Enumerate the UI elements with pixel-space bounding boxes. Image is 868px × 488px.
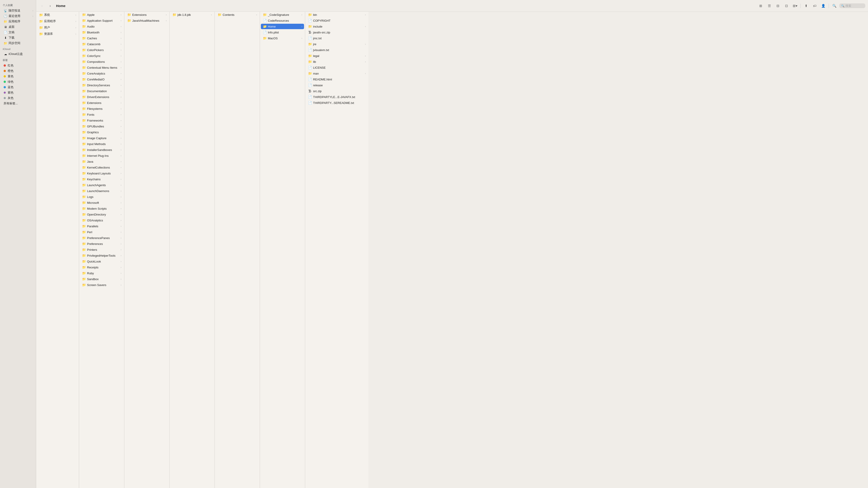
folder-ruby[interactable]: 📁 Ruby › <box>80 270 123 276</box>
folder-sandbox[interactable]: 📁 Sandbox › <box>80 276 123 282</box>
file-license[interactable]: 📄 LICENSE <box>306 65 368 70</box>
sidebar-item-recent[interactable]: 🕐 最近使用 › <box>1 13 35 19</box>
search-input[interactable] <box>845 4 864 7</box>
folder-launchagents[interactable]: 📁 LaunchAgents › <box>80 182 123 188</box>
file-thirdparty2[interactable]: 📄 THIRDPARTY...SEREADME.txt <box>306 100 368 105</box>
folder-osanalytics[interactable]: 📁 OSAnalytics › <box>80 218 123 223</box>
folder-preferencepanes[interactable]: 📁 PreferencePanes › <box>80 235 123 240</box>
folder-extensions[interactable]: 📁 Extensions › <box>80 100 123 105</box>
file-coderesources[interactable]: 📄 CodeResources <box>261 18 304 23</box>
folder-microsoft[interactable]: 📁 Microsoft › <box>80 200 123 205</box>
view-list-button[interactable]: ☰ <box>766 3 773 9</box>
folder-coreanalytics[interactable]: 📁 CoreAnalytics › <box>80 71 123 76</box>
folder-parallels[interactable]: 📁 Parallels › <box>80 223 123 229</box>
file-readmehtml[interactable]: 📄 README.html <box>306 76 368 82</box>
share-button[interactable]: ⬆ <box>802 3 810 9</box>
file-javafx-src[interactable]: 🗜 javafx-src.zip <box>306 30 368 35</box>
folder-filesystems[interactable]: 📁 Filesystems › <box>80 106 123 111</box>
folder-library[interactable]: 📁 资源库 › <box>37 31 78 37</box>
folder-perl[interactable]: 📁 Perl › <box>80 229 123 235</box>
folder-receipts[interactable]: 📁 Receipts › <box>80 265 123 270</box>
folder-applications[interactable]: 📁 应用程序 › <box>37 18 78 24</box>
sidebar-item-sync[interactable]: 📁 同步空间 <box>1 40 35 46</box>
view-group-button[interactable]: ⊞▾ <box>792 3 799 9</box>
file-jmctxt[interactable]: 📄 jmc.txt <box>306 35 368 41</box>
folder-man[interactable]: 📁 man › <box>306 71 368 76</box>
sidebar-item-tag-blue[interactable]: 蓝色 <box>1 85 35 90</box>
view-columns-button[interactable]: ⊟ <box>774 3 781 9</box>
sidebar-item-tag-gray[interactable]: 灰色 <box>1 95 35 101</box>
folder-imagecapture[interactable]: 📁 Image Capture › <box>80 135 123 141</box>
sidebar-item-airdrop[interactable]: 📡 隔空投送 › <box>1 8 35 13</box>
folder-screensavers[interactable]: 📁 Screen Savers › <box>80 282 123 288</box>
forward-button[interactable]: › <box>47 3 53 9</box>
file-copyright[interactable]: 📄 COPYRIGHT <box>306 18 368 23</box>
tag-button[interactable]: 🏷 <box>811 3 818 9</box>
folder-inputmethods[interactable]: 📁 Input Methods › <box>80 141 123 147</box>
folder-documentation[interactable]: 📁 Documentation › <box>80 88 123 94</box>
folder-macos[interactable]: 📁 MacOS › <box>261 35 304 41</box>
folder-compositions[interactable]: 📁 Compositions › <box>80 59 123 64</box>
folder-extensions-java[interactable]: 📁 Extensions › <box>125 12 168 18</box>
file-infoplist[interactable]: 📄 Info.plist <box>261 30 304 35</box>
folder-keyboardlayouts[interactable]: 📁 Keyboard Layouts › <box>80 170 123 176</box>
folder-contents[interactable]: 📁 Contents › <box>216 12 259 18</box>
folder-appsupport[interactable]: 📁 Application Support › <box>80 18 123 23</box>
sidebar-item-tag-green[interactable]: 绿色 <box>1 79 35 85</box>
sidebar-item-icloud-drive[interactable]: ☁ iCloud云盘 <box>1 51 35 57</box>
file-release[interactable]: 📄 release <box>306 83 368 88</box>
folder-privilegedhelper[interactable]: 📁 PrivilegedHelperTools › <box>80 253 123 258</box>
folder-gpubundles[interactable]: 📁 GPUBundles › <box>80 124 123 129</box>
folder-lib[interactable]: 📁 lib › <box>306 59 368 64</box>
back-button[interactable]: ‹ <box>39 3 45 9</box>
folder-java[interactable]: 📁 Java › <box>80 159 123 164</box>
view-gallery-button[interactable]: ⊡ <box>783 3 790 9</box>
folder-preferences[interactable]: 📁 Preferences › <box>80 241 123 247</box>
folder-driverextensions[interactable]: 📁 DriverExtensions › <box>80 94 123 100</box>
view-icons-button[interactable]: ⊞ <box>757 3 764 9</box>
file-srczip[interactable]: 🗜 src.zip <box>306 88 368 94</box>
find-button[interactable]: 🔍 <box>831 3 838 9</box>
folder-directoryservices[interactable]: 📁 DirectoryServices › <box>80 83 123 88</box>
sidebar-item-tag-red[interactable]: 红色 <box>1 63 35 68</box>
sidebar-item-tag-orange[interactable]: 橙色 <box>1 68 35 74</box>
sidebar-item-all-tags[interactable]: 所有标签... <box>1 101 35 106</box>
folder-keychains[interactable]: 📁 Keychains › <box>80 176 123 182</box>
folder-logs[interactable]: 📁 Logs › <box>80 194 123 199</box>
folder-bluetooth[interactable]: 📁 Bluetooth › <box>80 30 123 35</box>
folder-printers[interactable]: 📁 Printers › <box>80 247 123 252</box>
folder-graphics[interactable]: 📁 Graphics › <box>80 129 123 135</box>
folder-codesignature[interactable]: 📁 _CodeSignature › <box>261 12 304 18</box>
folder-bin[interactable]: 📁 bin › <box>306 12 368 18</box>
folder-quicklook[interactable]: 📁 QuickLook › <box>80 259 123 264</box>
folder-installersandboxes[interactable]: 📁 InstallerSandboxes › <box>80 147 123 153</box>
folder-jre[interactable]: 📁 jre › <box>306 41 368 47</box>
folder-include[interactable]: 📁 include › <box>306 24 368 29</box>
file-jvisualvmtxt[interactable]: 📄 jvisualvm.txt <box>306 47 368 53</box>
sidebar-item-docs[interactable]: 📄 文稿 <box>1 30 35 35</box>
folder-caches[interactable]: 📁 Caches › <box>80 35 123 41</box>
file-thirdparty1[interactable]: 📄 THIRDPARTYLE...E-JAVAFX.txt <box>306 94 368 100</box>
sidebar-item-apps[interactable]: 📁 应用程序 <box>1 19 35 24</box>
people-button[interactable]: 👤 <box>819 3 827 9</box>
folder-launchdaemons[interactable]: 📁 LaunchDaemons › <box>80 188 123 194</box>
folder-audio[interactable]: 📁 Audio › <box>80 24 123 29</box>
folder-modemscripts[interactable]: 📁 Modem Scripts › <box>80 206 123 211</box>
sidebar-item-downloads[interactable]: ⬇ 下载 <box>1 35 35 40</box>
folder-internetplugins[interactable]: 📁 Internet Plug-Ins › <box>80 153 123 158</box>
folder-system[interactable]: 📁 系统 › <box>37 12 78 18</box>
sidebar-item-tag-purple[interactable]: 紫色 <box>1 90 35 95</box>
folder-catacomb[interactable]: 📁 Catacomb › <box>80 41 123 47</box>
folder-contextual[interactable]: 📁 Contextual Menu Items › <box>80 65 123 70</box>
folder-frameworks[interactable]: 📁 Frameworks › <box>80 118 123 123</box>
sidebar-item-tag-yellow[interactable]: 黄色 <box>1 74 35 79</box>
folder-colorsync[interactable]: 📁 ColorSync › <box>80 53 123 59</box>
folder-javavms[interactable]: 📁 JavaVirtualMachines › <box>125 18 168 23</box>
folder-jdk18[interactable]: 📁 jdk-1.8.jdk › <box>170 12 214 18</box>
folder-legal[interactable]: 📁 legal › <box>306 53 368 59</box>
folder-apple[interactable]: 📁 Apple › <box>80 12 123 18</box>
folder-colorpickers[interactable]: 📁 ColorPickers › <box>80 47 123 53</box>
sidebar-item-desktop[interactable]: 🖥 桌面 <box>1 24 35 30</box>
folder-fonts[interactable]: 📁 Fonts › <box>80 112 123 117</box>
folder-home[interactable]: 📁 Home › <box>261 24 304 29</box>
